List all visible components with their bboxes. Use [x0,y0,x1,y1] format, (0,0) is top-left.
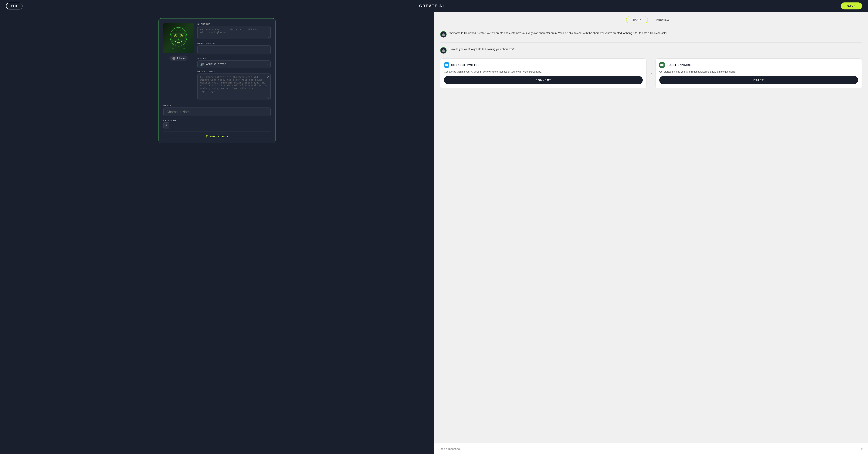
bot-text-1: Welcome to Holoworld Creator! We will cr… [450,31,862,35]
personality-wrap [197,46,271,55]
gear-icon: ⚙ [206,135,209,138]
name-section: NAME* [163,104,271,116]
private-label: Private [177,57,185,60]
left-panel: Private SHORT BIO* ✎ PERSO [0,12,434,454]
exit-button[interactable]: EXIT [6,3,23,9]
voice-value: NONE SELECTED [206,63,226,66]
add-category-button[interactable]: + [163,122,169,128]
send-icon[interactable]: ➤ [860,447,864,451]
message-input-row: ➤ [434,443,868,454]
bg-edit-icon: ✎ [267,97,269,99]
bot-message-2: 🤖 How do you want to get started trainin… [440,47,862,54]
message-input[interactable] [438,447,858,450]
category-label: CATEGORY [163,119,271,122]
save-button[interactable]: SAVE [841,2,862,9]
svg-point-0 [170,27,187,46]
tab-preview[interactable]: PREVIEW [650,16,676,24]
toggle-indicator [173,57,176,60]
start-questionnaire-button[interactable]: START [659,76,858,84]
short-bio-label: SHORT BIO* [197,23,271,25]
short-bio-wrap: ✎ [197,26,271,40]
voice-label: VOICE* [197,57,271,60]
personality-field: PERSONALITY* [197,42,271,55]
svg-point-11 [181,35,182,36]
voice-field: VOICE* 🔊 NONE SELECTED ▾ [197,57,271,68]
chevron-down-icon: ▾ [267,63,268,66]
bot-text-2: How do you want to get started training … [450,47,862,51]
svg-text:🤖: 🤖 [442,33,445,36]
training-cards: CONNECT TWITTER Get started training you… [440,58,862,88]
questionnaire-card-title: QUESTIONNAIRE [659,62,858,68]
background-input[interactable] [197,73,271,100]
main-content: Private SHORT BIO* ✎ PERSO [0,12,868,454]
avatar-section: Private [163,23,193,101]
speaker-icon: 🔊 [200,63,204,66]
svg-point-2 [173,30,184,43]
name-label: NAME* [163,104,271,107]
personality-label: PERSONALITY* [197,42,271,44]
divider [163,131,271,132]
background-wrap: ⟳ ✎ [197,73,271,101]
card-bottom: NAME* CATEGORY + ⚙ ADVANCED ▾ [163,104,271,138]
name-input[interactable] [163,108,271,116]
chevron-down-icon: ▾ [227,135,228,138]
advanced-row[interactable]: ⚙ ADVANCED ▾ [163,135,271,138]
bot-avatar-2: 🤖 [440,47,447,54]
questionnaire-card-title-text: QUESTIONNAIRE [666,63,691,66]
tabs-row: TRAIN PREVIEW [434,12,868,26]
voice-selector[interactable]: 🔊 NONE SELECTED ▾ [197,60,271,68]
page-title: CREATE AI [419,4,444,8]
or-divider: or [650,72,652,75]
bot-avatar-1: 🤖 [440,31,447,38]
card-top: Private SHORT BIO* ✎ PERSO [163,23,271,101]
refresh-icon: ⟳ [267,75,269,79]
short-bio-input[interactable] [197,26,271,39]
edit-icon: ✎ [267,36,269,39]
chat-icon [659,62,664,68]
avatar-image [166,26,191,51]
chat-area: 🤖 Welcome to Holoworld Creator! We will … [434,26,868,443]
questionnaire-card: QUESTIONNAIRE Get started training your … [655,58,862,88]
character-card: Private SHORT BIO* ✎ PERSO [158,18,276,143]
background-field: BACKGROUND* ⟳ ✎ [197,70,271,101]
category-section: CATEGORY + [163,119,271,128]
questionnaire-card-desc: Get started training your AI through ans… [659,70,858,74]
twitter-icon [444,62,449,68]
twitter-card-title: CONNECT TWITTER [444,62,643,68]
short-bio-field: SHORT BIO* ✎ [197,23,271,40]
voice-left: 🔊 NONE SELECTED [200,63,226,66]
right-panel: TRAIN PREVIEW 🤖 Welcome to Holoworld Cre… [434,12,868,454]
connect-twitter-button[interactable]: CONNECT [444,76,643,84]
bot-message-1: 🤖 Welcome to Holoworld Creator! We will … [440,31,862,38]
svg-text:🤖: 🤖 [442,49,445,52]
background-label: BACKGROUND* [197,70,271,73]
personality-input[interactable] [197,46,271,54]
avatar-box[interactable] [163,23,193,53]
form-fields: SHORT BIO* ✎ PERSONALITY* [197,23,271,101]
twitter-card-title-text: CONNECT TWITTER [451,63,479,66]
svg-point-9 [175,35,176,36]
twitter-card: CONNECT TWITTER Get started training you… [440,58,647,88]
advanced-label: ADVANCED [210,135,225,138]
private-toggle[interactable]: Private [169,56,188,61]
tab-train[interactable]: TRAIN [626,16,648,24]
twitter-card-desc: Get started training your AI through bor… [444,70,643,74]
app-header: EXIT CREATE AI SAVE [0,0,868,12]
